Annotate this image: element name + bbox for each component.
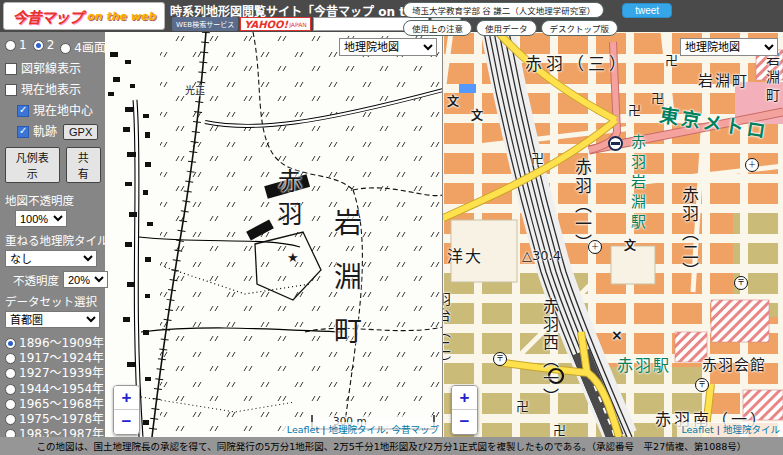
radio-icon — [5, 384, 16, 395]
post-office-icon: 〒 — [734, 276, 748, 290]
checkbox-checked-icon — [17, 126, 29, 138]
leaflet-link[interactable]: Leaflet — [287, 424, 319, 435]
hospital-icon: ＋ — [588, 240, 602, 254]
overlay-tile-select[interactable]: なし — [5, 250, 97, 267]
right-attribution: Leaflet | 地理院タイル — [677, 422, 783, 437]
header-bar: 今昔マップ on the web 時系列地形図閲覧サイト「今昔マップ on th… — [0, 0, 783, 32]
modern-map-drawing — [443, 32, 783, 437]
period-label: 1965〜1968年 — [19, 397, 104, 411]
period-label: 1944〜1954年 — [19, 382, 104, 396]
period-option[interactable]: 1975〜1978年 — [5, 412, 101, 427]
gsi-tiles-link[interactable]: 地理院タイル — [328, 424, 385, 435]
radio-icon — [5, 338, 16, 349]
period-option[interactable]: 1917〜1924年 — [5, 351, 101, 366]
konjaku-link[interactable]: 今昔マップ — [391, 424, 439, 435]
period-option[interactable]: 1927〜1939年 — [5, 366, 101, 381]
tweet-button[interactable]: tweet — [622, 3, 672, 18]
checkbox-center-location[interactable]: 現在地中心 — [17, 104, 93, 118]
radio-icon — [33, 40, 44, 51]
right-layer-select[interactable]: 地理院地図 — [680, 38, 778, 56]
map-opacity-label: 地図不透明度 — [5, 192, 101, 208]
subway-station-icon — [608, 136, 623, 151]
period-label: 1927〜1939年 — [19, 366, 104, 380]
left-layer-select[interactable]: 地理院地図 — [339, 38, 437, 56]
old-map-drawing — [105, 32, 443, 437]
screen-mode-label: 4画面 — [74, 41, 106, 55]
affiliation-link[interactable]: 埼玉大学教育学部 谷 謙二（人文地理学研究室） — [403, 2, 604, 18]
share-button[interactable]: 共有 — [66, 147, 101, 183]
screen-mode-group: 1 2 4画面 — [5, 38, 101, 55]
desktop-version-button[interactable]: デスクトップ版 — [541, 20, 619, 36]
checkbox-track[interactable]: 軌跡 — [17, 125, 57, 139]
checkbox-label: 軌跡 — [33, 125, 57, 139]
post-office-icon: 〒 — [493, 352, 507, 366]
checkbox-label: 現在地表示 — [21, 83, 81, 97]
attribution-separator: | — [714, 424, 723, 435]
radio-icon — [5, 353, 16, 364]
usage-notes-button[interactable]: 使用上の注意 — [403, 20, 472, 36]
dataset-select[interactable]: 首都圏 — [5, 311, 100, 328]
radio-icon — [5, 368, 16, 379]
overlay-tile-label: 重ねる地理院タイル — [5, 232, 101, 248]
checkbox-icon — [5, 84, 17, 96]
period-option[interactable]: 1944〜1954年 — [5, 382, 101, 397]
site-logo[interactable]: 今昔マップ on the web — [3, 2, 165, 30]
post-office-icon: 〒 — [695, 378, 709, 392]
footer-notice-bar: この地図は、国土地理院長の承認を得て、同院発行の5万分1地形図、2万5千分1地形… — [0, 437, 783, 455]
leaflet-link[interactable]: Leaflet — [681, 424, 713, 435]
legend-button[interactable]: 凡例表示 — [5, 147, 60, 183]
checkbox-label: 現在地中心 — [33, 104, 93, 118]
screen-mode-label: 1 — [19, 38, 27, 52]
radio-icon — [5, 399, 16, 410]
checkbox-checked-icon — [17, 105, 29, 117]
sidebar: 1 2 4画面 図郭線表示 現在地表示 現在地中心 軌跡GPX 凡例表示 共有 … — [0, 32, 105, 437]
yahoo-logo: YAHOO! JAPAN — [240, 17, 311, 31]
modern-map-panel[interactable]: 赤羽（三） 岩淵町 岩淵町 東京メトロ 赤羽岩淵駅 赤羽（二） 赤羽（一） △3… — [443, 32, 783, 437]
period-label: 1975〜1978年 — [19, 412, 104, 426]
left-attribution: Leaflet | 地理院タイル, 今昔マップ — [283, 422, 442, 437]
map-opacity-select[interactable]: 100% — [15, 210, 67, 227]
zoom-out-button[interactable]: − — [452, 410, 477, 434]
logo-main-text: 今昔マップ — [12, 6, 82, 27]
logo-sub-text: on the web — [86, 10, 155, 23]
period-label: 1917〜1924年 — [19, 351, 104, 365]
yahoo-logo-text: YAHOO! — [244, 19, 288, 30]
overlay-opacity-label: 不透明度 — [13, 272, 59, 288]
old-map-panel[interactable]: 赤羽 岩淵町 光正 ★ 地理院地図 + − 300 m Leaflet | 地理… — [105, 32, 443, 437]
screen-mode-1[interactable]: 1 — [5, 38, 27, 55]
radio-icon — [60, 43, 71, 54]
zoom-out-button[interactable]: − — [114, 410, 139, 434]
overlay-opacity-select[interactable]: 20% — [63, 271, 108, 288]
radio-icon — [5, 40, 16, 51]
zoom-in-button[interactable]: + — [114, 386, 139, 410]
yahoo-japan-text: JAPAN — [289, 21, 307, 28]
screen-mode-2[interactable]: 2 — [33, 38, 55, 55]
checkbox-icon — [5, 63, 17, 75]
period-option[interactable]: 1965〜1968年 — [5, 397, 101, 412]
search-service-badge: WEB検索サービス — [172, 17, 238, 31]
gpx-button[interactable]: GPX — [63, 124, 98, 140]
screen-mode-label: 2 — [47, 38, 55, 52]
checkbox-current-location[interactable]: 現在地表示 — [5, 83, 81, 97]
screen-mode-4[interactable]: 4画面 — [60, 38, 106, 55]
zoom-in-button[interactable]: + — [452, 386, 477, 410]
period-label: 1896〜1909年 — [19, 336, 104, 350]
checkbox-outline[interactable]: 図郭線表示 — [5, 62, 81, 76]
right-zoom-control: + − — [451, 385, 478, 435]
period-option[interactable]: 1896〜1909年 — [5, 336, 101, 351]
dataset-label: データセット選択 — [5, 293, 101, 309]
checkbox-label: 図郭線表示 — [21, 62, 81, 76]
radio-icon — [5, 414, 16, 425]
gsi-tiles-link[interactable]: 地理院タイル — [723, 424, 780, 435]
left-zoom-control: + − — [113, 385, 140, 435]
hospital-icon: ＋ — [745, 158, 759, 172]
license-notice: この地図は、国土地理院長の承認を得て、同院発行の5万分1地形図、2万5千分1地形… — [37, 439, 747, 453]
usage-data-button[interactable]: 使用データ — [476, 20, 537, 36]
